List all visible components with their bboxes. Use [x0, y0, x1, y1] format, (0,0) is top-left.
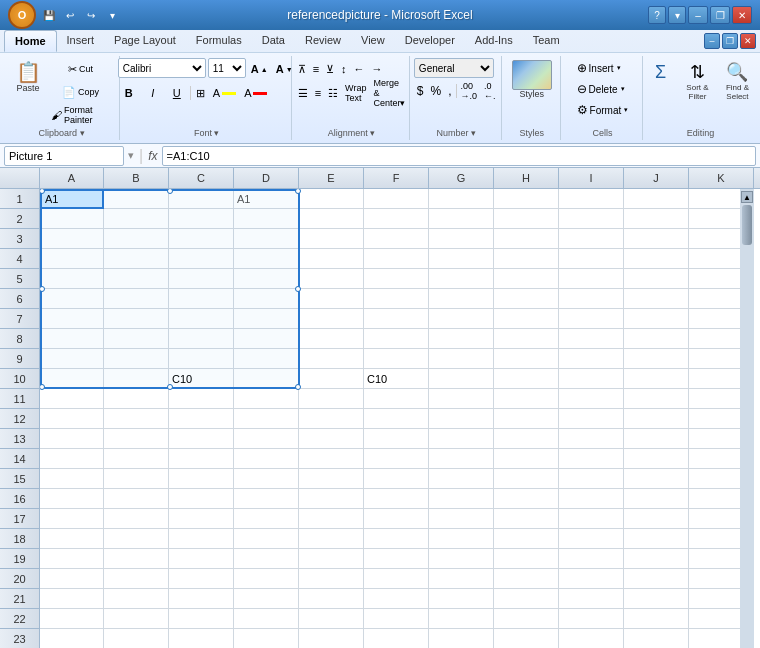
cell-g13[interactable]: [429, 429, 494, 449]
insert-button[interactable]: ⊕ Insert ▾: [573, 58, 633, 78]
handle-bottom-mid[interactable]: [167, 384, 173, 390]
tab-team[interactable]: Team: [523, 30, 570, 52]
cell-a10[interactable]: [40, 369, 104, 389]
col-header-g[interactable]: G: [429, 168, 494, 188]
row-header-18[interactable]: 18: [0, 529, 40, 549]
cell-c17[interactable]: [169, 509, 234, 529]
cell-h23[interactable]: [494, 629, 559, 648]
cell-i16[interactable]: [559, 489, 624, 509]
fill-color-button[interactable]: A: [210, 82, 239, 104]
tab-review[interactable]: Review: [295, 30, 351, 52]
border-button[interactable]: ⊞: [193, 82, 208, 104]
row-header-11[interactable]: 11: [0, 389, 40, 409]
cell-d21[interactable]: [234, 589, 299, 609]
cell-g17[interactable]: [429, 509, 494, 529]
cell-h14[interactable]: [494, 449, 559, 469]
cell-f5[interactable]: [364, 269, 429, 289]
scroll-thumb-v[interactable]: [742, 205, 752, 245]
cell-j13[interactable]: [624, 429, 689, 449]
cell-j15[interactable]: [624, 469, 689, 489]
cell-d13[interactable]: [234, 429, 299, 449]
row-header-6[interactable]: 6: [0, 289, 40, 309]
cut-button[interactable]: ✂ Cut: [48, 58, 113, 80]
cell-g22[interactable]: [429, 609, 494, 629]
cell-b9[interactable]: [104, 349, 169, 369]
cell-g6[interactable]: [429, 289, 494, 309]
cell-c7[interactable]: [169, 309, 234, 329]
cell-g7[interactable]: [429, 309, 494, 329]
copy-button[interactable]: 📄 Copy: [48, 81, 113, 103]
restore-button[interactable]: ❐: [710, 6, 730, 24]
cell-f19[interactable]: [364, 549, 429, 569]
col-header-a[interactable]: A: [40, 168, 104, 188]
cell-e11[interactable]: [299, 389, 364, 409]
minimize-ribbon-button[interactable]: –: [704, 33, 720, 49]
cell-h4[interactable]: [494, 249, 559, 269]
cell-h20[interactable]: [494, 569, 559, 589]
cell-f8[interactable]: [364, 329, 429, 349]
cell-a8[interactable]: [40, 329, 104, 349]
cell-h8[interactable]: [494, 329, 559, 349]
vertical-scrollbar[interactable]: ▲: [740, 189, 754, 648]
cell-a7[interactable]: [40, 309, 104, 329]
cell-i22[interactable]: [559, 609, 624, 629]
cell-b22[interactable]: [104, 609, 169, 629]
cell-e19[interactable]: [299, 549, 364, 569]
cell-b17[interactable]: [104, 509, 169, 529]
cell-j14[interactable]: [624, 449, 689, 469]
cell-b13[interactable]: [104, 429, 169, 449]
col-header-f[interactable]: F: [364, 168, 429, 188]
cell-d17[interactable]: [234, 509, 299, 529]
cell-c20[interactable]: [169, 569, 234, 589]
cell-i10[interactable]: [559, 369, 624, 389]
cell-e3[interactable]: [299, 229, 364, 249]
row-header-15[interactable]: 15: [0, 469, 40, 489]
styles-button[interactable]: Styles: [507, 58, 557, 102]
cell-j9[interactable]: [624, 349, 689, 369]
cell-f2[interactable]: [364, 209, 429, 229]
cell-i12[interactable]: [559, 409, 624, 429]
cell-j1[interactable]: [624, 189, 689, 209]
font-color-button[interactable]: A: [241, 82, 270, 104]
paste-button[interactable]: 📋 Paste: [10, 58, 46, 96]
name-box[interactable]: [4, 146, 124, 166]
row-header-10[interactable]: 10: [0, 369, 40, 389]
tab-formulas[interactable]: Formulas: [186, 30, 252, 52]
cell-c6[interactable]: [169, 289, 234, 309]
cell-d6[interactable]: [234, 289, 299, 309]
cell-h12[interactable]: [494, 409, 559, 429]
cell-b8[interactable]: [104, 329, 169, 349]
cell-h11[interactable]: [494, 389, 559, 409]
office-button[interactable]: O: [8, 1, 36, 29]
cell-d16[interactable]: [234, 489, 299, 509]
cell-i4[interactable]: [559, 249, 624, 269]
cell-e4[interactable]: [299, 249, 364, 269]
cell-e18[interactable]: [299, 529, 364, 549]
save-quick-button[interactable]: 💾: [40, 6, 58, 24]
find-select-button[interactable]: 🔍 Find &Select: [718, 58, 756, 104]
row-header-8[interactable]: 8: [0, 329, 40, 349]
cell-b14[interactable]: [104, 449, 169, 469]
cell-c1[interactable]: [169, 189, 234, 209]
cell-h10[interactable]: [494, 369, 559, 389]
cell-b11[interactable]: [104, 389, 169, 409]
indent-increase-button[interactable]: →: [369, 58, 386, 80]
cell-f9[interactable]: [364, 349, 429, 369]
wrap-text-button[interactable]: WrapText: [342, 82, 369, 104]
row-header-17[interactable]: 17: [0, 509, 40, 529]
cell-f3[interactable]: [364, 229, 429, 249]
cell-b19[interactable]: [104, 549, 169, 569]
row-header-16[interactable]: 16: [0, 489, 40, 509]
row-header-4[interactable]: 4: [0, 249, 40, 269]
align-left-button[interactable]: ☰: [295, 82, 311, 104]
cell-i6[interactable]: [559, 289, 624, 309]
tab-view[interactable]: View: [351, 30, 395, 52]
cell-e9[interactable]: [299, 349, 364, 369]
underline-button[interactable]: U: [166, 82, 188, 104]
cell-j16[interactable]: [624, 489, 689, 509]
cell-f6[interactable]: [364, 289, 429, 309]
row-header-9[interactable]: 9: [0, 349, 40, 369]
cell-g12[interactable]: [429, 409, 494, 429]
cell-j17[interactable]: [624, 509, 689, 529]
increase-font-button[interactable]: A▲: [248, 58, 271, 80]
